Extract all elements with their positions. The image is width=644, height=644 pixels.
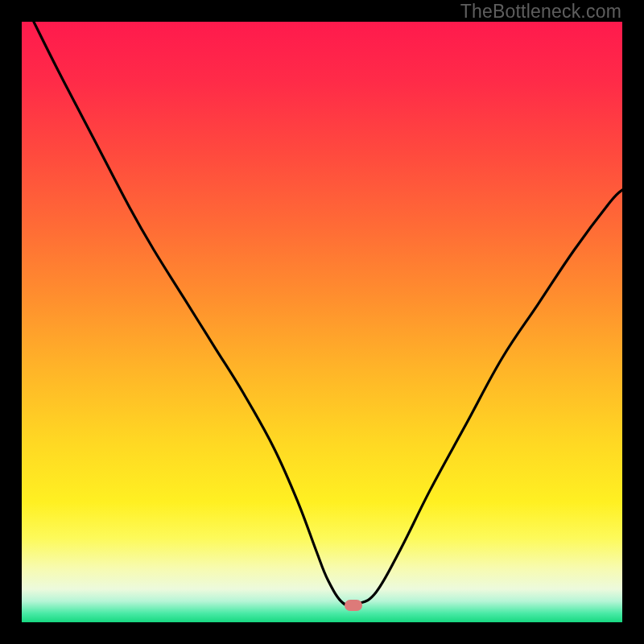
chart-frame: TheBottleneck.com [0, 0, 644, 644]
plot-area [22, 22, 622, 622]
plot-svg [22, 22, 622, 622]
minimum-marker [345, 600, 362, 611]
watermark-text: TheBottleneck.com [460, 1, 621, 23]
gradient-background [22, 22, 622, 622]
